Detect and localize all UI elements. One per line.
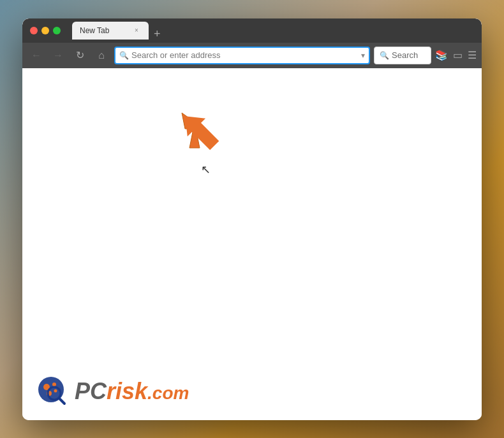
maximize-button[interactable] (53, 27, 61, 34)
menu-icon[interactable]: ☰ (468, 49, 477, 61)
home-button[interactable]: ⌂ (93, 47, 110, 64)
pcrisk-logo (35, 376, 67, 407)
address-search-icon: 🔍 (119, 51, 129, 60)
page-content: ↖ PCrisk.com (22, 68, 482, 420)
arrow-svg (175, 106, 226, 157)
pc-text: PC (75, 378, 107, 404)
back-button[interactable]: ← (27, 47, 45, 64)
pcrisk-text-label: PCrisk.com (75, 378, 189, 405)
new-tab-button[interactable]: + (149, 28, 166, 40)
forward-icon: → (53, 50, 63, 61)
back-icon: ← (31, 50, 41, 61)
search-box-label: Search (392, 50, 418, 60)
home-icon: ⌂ (98, 50, 105, 61)
tab-title: New Tab (80, 26, 127, 35)
cursor: ↖ (201, 163, 211, 177)
browser-window: New Tab × + ← → ↻ ⌂ 🔍 ▾ 🔍 Search (22, 18, 482, 420)
nav-bar: ← → ↻ ⌂ 🔍 ▾ 🔍 Search 📚 ▭ ☰ (22, 43, 482, 68)
svg-point-6 (54, 389, 57, 392)
close-button[interactable] (30, 27, 38, 34)
svg-line-7 (59, 398, 64, 404)
search-box-icon: 🔍 (380, 51, 389, 60)
refresh-icon: ↻ (76, 49, 84, 61)
address-input[interactable] (131, 50, 359, 60)
minimize-button[interactable] (41, 27, 49, 34)
title-bar: New Tab × + (22, 18, 482, 43)
forward-button[interactable]: → (49, 47, 67, 64)
address-dropdown-icon[interactable]: ▾ (361, 51, 365, 60)
traffic-lights (30, 27, 61, 34)
active-tab[interactable]: New Tab × (72, 22, 149, 40)
sidebar-icon[interactable]: ▭ (453, 49, 463, 61)
dot-com-text: .com (147, 383, 189, 403)
tab-area: New Tab × + (72, 22, 474, 40)
svg-point-4 (52, 383, 56, 386)
search-box[interactable]: 🔍 Search (374, 47, 431, 64)
address-bar[interactable]: 🔍 ▾ (114, 47, 370, 64)
watermark: PCrisk.com (35, 376, 189, 407)
nav-icons: 📚 ▭ ☰ (435, 49, 477, 61)
risk-text: risk (107, 378, 147, 404)
refresh-button[interactable]: ↻ (71, 47, 89, 64)
bookmarks-icon[interactable]: 📚 (435, 49, 448, 61)
tab-close-button[interactable]: × (132, 26, 141, 35)
arrow-annotation (175, 106, 226, 160)
